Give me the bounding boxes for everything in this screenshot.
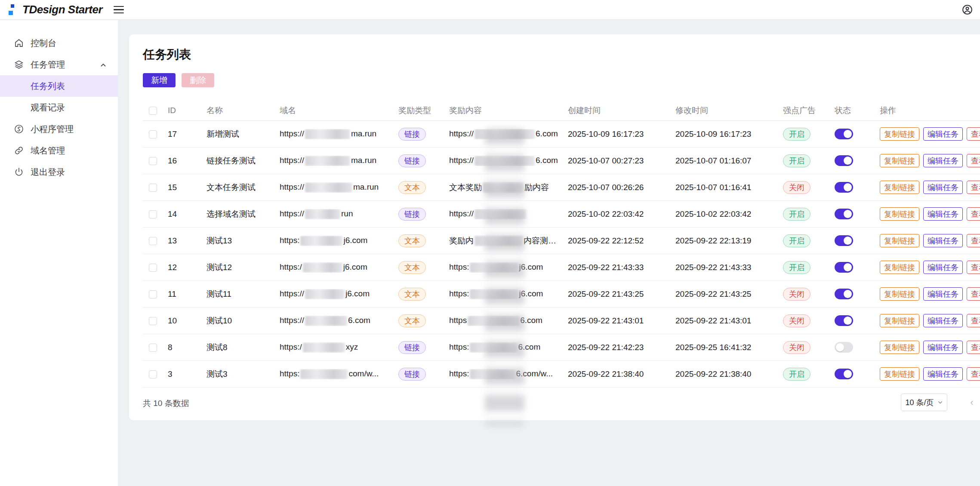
edit-task-button[interactable]: 编辑任务 <box>923 207 963 221</box>
row-checkbox[interactable] <box>149 370 157 378</box>
view-record-button[interactable]: 查看记录 <box>967 341 980 354</box>
cell-actions: 复制链接编辑任务查看记录 <box>880 261 980 274</box>
delete-button: 删除 <box>182 73 214 87</box>
copy-link-button[interactable]: 复制链接 <box>880 127 919 141</box>
sidebar-item-task-list[interactable]: 任务列表 <box>0 75 118 97</box>
row-checkbox[interactable] <box>149 344 157 352</box>
edit-task-button[interactable]: 编辑任务 <box>923 261 963 274</box>
row-checkbox[interactable] <box>149 130 157 138</box>
redacted-text <box>483 182 524 193</box>
view-record-button[interactable]: 查看记录 <box>967 207 980 221</box>
reward-type-tag: 链接 <box>398 154 426 167</box>
copy-link-button[interactable]: 复制链接 <box>880 314 919 327</box>
column-header: 域名 <box>280 105 398 116</box>
prev-page-button[interactable]: ‹ <box>965 394 978 411</box>
ad-status-tag: 开启 <box>783 208 811 221</box>
page-size-select[interactable]: 10 条/页 <box>901 394 947 411</box>
cell-modified-time: 2025-09-22 21:43:25 <box>675 289 783 299</box>
cell-id: 3 <box>168 369 206 379</box>
sidebar-item-logout[interactable]: 退出登录 <box>0 161 118 183</box>
status-switch[interactable] <box>835 182 853 193</box>
table-footer: 共 10 条数据 10 条/页 ‹ 1 <box>143 388 980 418</box>
edit-task-button[interactable]: 编辑任务 <box>923 287 963 301</box>
copy-link-button[interactable]: 复制链接 <box>880 234 919 247</box>
table-header-row: ID名称域名奖励类型奖励内容创建时间修改时间强点广告状态操作 <box>143 100 980 121</box>
table-row: 3 测试3 https:com/w... 链接 https:6.com/w...… <box>143 361 980 388</box>
user-avatar-icon[interactable] <box>962 4 973 15</box>
cell-created-time: 2025-09-22 21:42:23 <box>568 343 675 352</box>
cell-id: 14 <box>168 209 206 219</box>
status-switch[interactable] <box>835 155 853 166</box>
row-checkbox[interactable] <box>149 317 157 325</box>
status-switch[interactable] <box>835 342 853 353</box>
cell-id: 11 <box>168 289 206 299</box>
sidebar-item-console[interactable]: 控制台 <box>0 32 118 54</box>
copy-link-button[interactable]: 复制链接 <box>880 181 919 194</box>
edit-task-button[interactable]: 编辑任务 <box>923 127 963 141</box>
select-all-checkbox[interactable] <box>149 107 157 115</box>
edit-task-button[interactable]: 编辑任务 <box>923 154 963 167</box>
cell-actions: 复制链接编辑任务查看记录 <box>880 181 980 194</box>
sidebar-item-label: 退出登录 <box>31 166 65 178</box>
row-checkbox[interactable] <box>149 210 157 218</box>
sidebar-item-miniprogram[interactable]: 小程序管理 <box>0 118 118 140</box>
cell-actions: 复制链接编辑任务查看记录 <box>880 367 980 381</box>
redacted-text <box>305 156 350 166</box>
view-record-button[interactable]: 查看记录 <box>967 314 980 327</box>
view-record-button[interactable]: 查看记录 <box>967 234 980 247</box>
edit-task-button[interactable]: 编辑任务 <box>923 181 963 194</box>
sidebar-item-label: 域名管理 <box>31 145 65 157</box>
redacted-text <box>303 342 345 353</box>
status-switch[interactable] <box>835 289 853 299</box>
row-checkbox[interactable] <box>149 157 157 165</box>
view-record-button[interactable]: 查看记录 <box>967 154 980 167</box>
copy-link-button[interactable]: 复制链接 <box>880 287 919 301</box>
status-switch[interactable] <box>835 315 853 326</box>
view-record-button[interactable]: 查看记录 <box>967 287 980 301</box>
menu-collapse-icon[interactable] <box>114 6 124 14</box>
cell-actions: 复制链接编辑任务查看记录 <box>880 314 980 327</box>
cell-domain: https:j6.com <box>280 236 398 246</box>
status-switch[interactable] <box>835 129 853 139</box>
reward-type-tag: 文本 <box>398 234 426 247</box>
ad-status-tag: 开启 <box>783 128 811 141</box>
view-record-button[interactable]: 查看记录 <box>967 127 980 141</box>
edit-task-button[interactable]: 编辑任务 <box>923 234 963 247</box>
status-switch[interactable] <box>835 369 853 379</box>
sidebar-item-watch-records[interactable]: 观看记录 <box>0 97 118 118</box>
status-switch[interactable] <box>835 262 853 273</box>
cell-task-name: 测试13 <box>206 235 280 246</box>
redacted-text <box>305 129 350 139</box>
row-checkbox[interactable] <box>149 184 157 192</box>
cell-domain: https:com/w... <box>280 369 398 379</box>
edit-task-button[interactable]: 编辑任务 <box>923 367 963 381</box>
view-record-button[interactable]: 查看记录 <box>967 367 980 381</box>
status-switch[interactable] <box>835 209 853 219</box>
edit-task-button[interactable]: 编辑任务 <box>923 341 963 354</box>
row-checkbox[interactable] <box>149 264 157 272</box>
row-checkbox[interactable] <box>149 237 157 245</box>
view-record-button[interactable]: 查看记录 <box>967 181 980 194</box>
page-title: 任务列表 <box>143 46 980 63</box>
add-button[interactable]: 新增 <box>143 73 176 87</box>
cell-actions: 复制链接编辑任务查看记录 <box>880 287 980 301</box>
edit-task-button[interactable]: 编辑任务 <box>923 314 963 327</box>
reward-type-tag: 链接 <box>398 128 426 141</box>
sidebar-item-domain[interactable]: 域名管理 <box>0 140 118 161</box>
reward-type-tag: 链接 <box>398 368 426 381</box>
miniprogram-icon <box>14 124 24 134</box>
sidebar-item-task-management[interactable]: 任务管理 <box>0 54 118 75</box>
status-switch[interactable] <box>835 235 853 246</box>
copy-link-button[interactable]: 复制链接 <box>880 154 919 167</box>
view-record-button[interactable]: 查看记录 <box>967 261 980 274</box>
copy-link-button[interactable]: 复制链接 <box>880 341 919 354</box>
cell-id: 10 <box>168 316 206 326</box>
copy-link-button[interactable]: 复制链接 <box>880 207 919 221</box>
reward-type-tag: 文本 <box>398 261 426 274</box>
row-checkbox[interactable] <box>149 290 157 298</box>
copy-link-button[interactable]: 复制链接 <box>880 367 919 381</box>
copy-link-button[interactable]: 复制链接 <box>880 261 919 274</box>
reward-type-tag: 链接 <box>398 341 426 354</box>
cell-modified-time: 2025-10-09 16:17:23 <box>675 129 783 139</box>
app-logo[interactable]: TDesign Starter <box>7 3 102 16</box>
